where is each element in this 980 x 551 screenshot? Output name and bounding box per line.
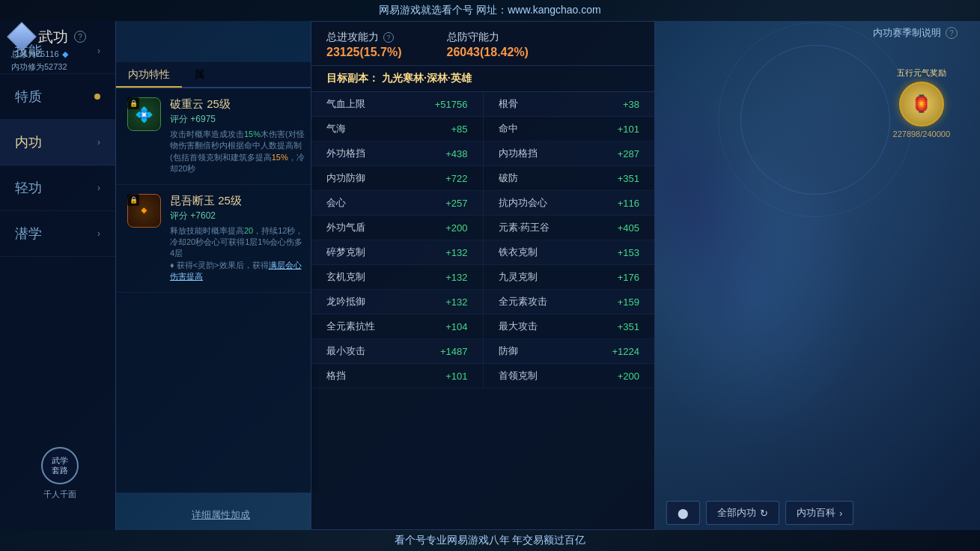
attr-panel: 总进攻能力 ? 23125(15.7%) 总防守能力 26043(18.42%)… — [311, 21, 655, 530]
attr-val-10-right: +1224 — [612, 346, 639, 357]
tab-shu[interactable]: 属 — [182, 64, 216, 88]
circle-btn[interactable]: ⬤ — [666, 501, 700, 525]
skill-desc-text-1: 释放技能时概率提高 — [170, 226, 244, 235]
nav-dot-tezhi — [94, 94, 100, 100]
attr-cell-0-left: 气血上限 +51756 — [311, 92, 484, 116]
attr-row-0: 气血上限 +51756 根骨 +38 — [311, 92, 654, 117]
attr-val-5-left: +200 — [445, 222, 467, 234]
neigong-baike-label: 内功百科 — [797, 506, 836, 520]
attack-value: 23125(15.7%) — [326, 46, 402, 59]
attr-name-10-right: 防御 — [499, 344, 518, 358]
five-elem-label: 五行元气奖励 — [897, 67, 946, 79]
left-sidebar: 技能 › 特质 内功 › 轻功 › 潜学 › 武学 套路 千人千面 — [0, 21, 116, 530]
tab-neigong-tezhi[interactable]: 内功特性 — [116, 64, 182, 88]
refresh-icon: ↻ — [760, 508, 768, 519]
attr-name-1-left: 气海 — [326, 122, 346, 136]
attr-val-3-right: +351 — [618, 173, 639, 184]
skill-name-0: 破重云 25级 — [170, 97, 307, 112]
attr-cell-10-right: 防御 +1224 — [484, 339, 655, 363]
attr-cell-0-right: 根骨 +38 — [484, 92, 655, 116]
skill-desc-hl-1: 20 — [244, 226, 253, 235]
top-banner-text: 网易游戏就选看个号 网址：www.kangchao.com — [379, 4, 600, 17]
attr-name-6-left: 碎梦克制 — [326, 246, 365, 259]
top-right-help[interactable]: 内功赛季制说明 ? — [873, 26, 958, 40]
attr-val-11-right: +200 — [618, 371, 639, 382]
nav-item-tezhi[interactable]: 特质 — [0, 74, 115, 120]
nav-item-neigong[interactable]: 内功 › — [0, 120, 115, 165]
attack-help-icon[interactable]: ? — [383, 32, 394, 43]
attr-row-7: 玄机克制 +132 九灵克制 +176 — [311, 265, 654, 290]
nav-arrow-qinggong: › — [97, 183, 100, 193]
all-neigong-btn[interactable]: 全部内功 ↻ — [706, 501, 779, 525]
nav-item-qianxue[interactable]: 潜学 › — [0, 211, 115, 257]
total-defense-label: 总防守能力 — [447, 31, 529, 44]
attr-val-8-left: +132 — [445, 296, 467, 308]
attr-val-8-right: +159 — [618, 296, 639, 308]
all-neigong-label: 全部内功 — [717, 506, 756, 520]
target-label: 目标副本： — [326, 72, 379, 84]
attr-name-2-right: 内功格挡 — [499, 147, 538, 160]
skill-info-1: 昆吾断玉 25级 评分 +7602 释放技能时概率提高20，持续12秒，冷却20… — [170, 194, 307, 283]
skill-desc-text-0: 攻击时概率造成攻击 — [170, 130, 244, 138]
neigong-season-label: 内功赛季制说明 — [873, 26, 941, 40]
attr-row-2: 外功格挡 +438 内功格挡 +287 — [311, 141, 654, 166]
attr-name-5-right: 元素·药王谷 — [499, 221, 550, 234]
wuxue-circle[interactable]: 武学 套路 — [41, 447, 79, 484]
attr-val-3-left: +722 — [445, 173, 467, 184]
attr-cell-11-left: 格挡 +101 — [311, 364, 484, 388]
detail-btn[interactable]: 详细属性加成 — [192, 508, 250, 522]
bottom-banner-text: 看个号专业网易游戏八年 年交易额过百亿 — [395, 534, 586, 547]
attr-name-7-right: 九灵克制 — [499, 270, 538, 284]
attr-val-2-right: +287 — [618, 148, 639, 159]
attr-val-7-right: +176 — [618, 272, 639, 283]
circle-icon: ⬤ — [678, 508, 689, 519]
attr-val-11-left: +101 — [445, 371, 467, 382]
skill-desc-hl-0: 15% — [244, 130, 261, 138]
top-banner: 网易游戏就选看个号 网址：www.kangchao.com — [0, 0, 980, 21]
attr-val-7-left: +132 — [445, 272, 467, 283]
skill-item-0[interactable]: 💠 🔒 破重云 25级 评分 +6975 攻击时概率造成攻击15%木伤害(对怪物… — [116, 88, 318, 185]
attack-label-text: 总进攻能力 — [326, 31, 379, 44]
attr-name-10-left: 最小攻击 — [326, 344, 365, 358]
attr-cell-7-left: 玄机克制 +132 — [311, 265, 484, 289]
attr-cell-4-right: 抗内功会心 +116 — [484, 191, 655, 215]
attr-row-8: 龙吟抵御 +132 全元素攻击 +159 — [311, 290, 654, 314]
attr-name-3-left: 内功防御 — [326, 171, 365, 185]
attr-name-7-left: 玄机克制 — [326, 270, 365, 284]
wugong-help-icon[interactable]: ? — [74, 31, 86, 43]
wuxue-section[interactable]: 武学 套路 千人千面 — [7, 447, 112, 500]
nav-arrow-qianxue: › — [97, 228, 100, 239]
nav-label-qinggong: 轻功 — [15, 179, 42, 197]
skill-score-0: 评分 +6975 — [170, 113, 307, 126]
attr-name-9-left: 全元素抗性 — [326, 320, 375, 333]
attr-cell-2-right: 内功格挡 +287 — [484, 141, 655, 165]
attr-cell-11-right: 首领克制 +200 — [484, 364, 655, 388]
nav-arrow-neigong: › — [97, 137, 100, 147]
attr-row-9: 全元素抗性 +104 最大攻击 +351 — [311, 314, 654, 339]
skill-item-1[interactable]: 🔸 🔒 昆吾断玉 25级 评分 +7602 释放技能时概率提高20，持续12秒，… — [116, 185, 318, 293]
attr-cell-5-left: 外功气盾 +200 — [311, 216, 484, 240]
attr-val-9-left: +104 — [445, 321, 467, 332]
attr-cell-1-left: 气海 +85 — [311, 117, 484, 141]
neigong-baike-btn[interactable]: 内功百科 › — [785, 501, 853, 525]
skill-lock-icon-1: 🔒 — [127, 194, 139, 206]
detail-area[interactable]: 详细属性加成 — [116, 500, 326, 530]
arrow-right-icon: › — [839, 508, 842, 519]
nav-arrow-jineng: › — [97, 46, 100, 56]
skill-score-val-1: +7602 — [190, 210, 216, 221]
attr-cell-3-left: 内功防御 +722 — [311, 166, 484, 190]
attr-val-2-left: +438 — [445, 148, 467, 159]
attr-cell-3-right: 破防 +351 — [484, 166, 655, 190]
defense-value: 26043(18.42%) — [447, 46, 529, 59]
attr-cell-10-left: 最小攻击 +1487 — [311, 339, 484, 363]
skill-score-label-0: 评分 — [170, 114, 188, 124]
nav-item-qinggong[interactable]: 轻功 › — [0, 165, 115, 211]
attr-row-5: 外功气盾 +200 元素·药王谷 +405 — [311, 216, 654, 240]
attr-row-10: 最小攻击 +1487 防御 +1224 — [311, 339, 654, 364]
attr-val-6-right: +153 — [618, 247, 639, 258]
skill-name-1: 昆吾断玉 25级 — [170, 194, 307, 208]
attr-cell-6-left: 碎梦克制 +132 — [311, 240, 484, 264]
season-help-icon[interactable]: ? — [946, 27, 958, 39]
attr-name-0-right: 根骨 — [499, 97, 518, 111]
five-elem-icon[interactable]: 🏮 — [899, 82, 944, 127]
